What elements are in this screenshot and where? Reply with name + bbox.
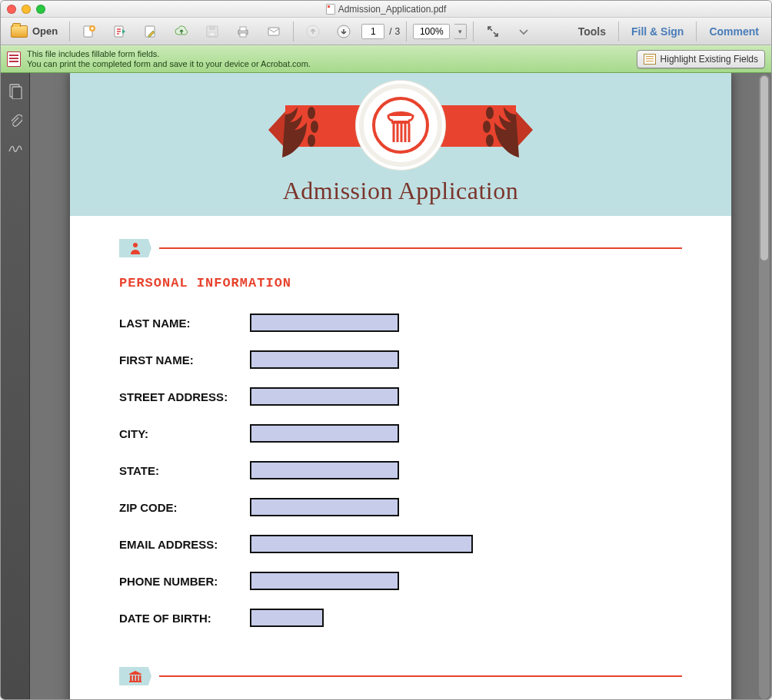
svg-rect-14 [12,87,22,99]
arrow-down-icon [336,24,351,39]
chevron-down-icon: ▾ [458,28,462,35]
svg-rect-28 [130,675,132,681]
svg-point-27 [133,243,138,247]
svg-rect-10 [268,28,279,35]
field-last-name: LAST NAME: [119,304,682,341]
column-icon [384,107,418,144]
comment-panel-button[interactable]: Comment [701,18,767,45]
envelope-icon [266,24,281,39]
attachments-panel-button[interactable] [8,113,22,128]
email-address-input[interactable] [250,535,473,553]
open-button-label: Open [32,25,58,37]
svg-point-19 [483,121,491,133]
scrollbar-thumb[interactable] [760,76,768,260]
field-street-address: STREET ADDRESS: [119,378,682,415]
zoom-input[interactable] [413,24,450,39]
toolbar-separator [69,22,70,41]
section-education: EDUCATION [70,644,731,700]
svg-point-18 [486,107,494,119]
highlight-fields-button[interactable]: Highlight Existing Fields [637,50,765,68]
date-of-birth-input[interactable] [250,609,324,627]
toolbar-separator [696,22,697,41]
email-button[interactable] [261,22,287,41]
open-button[interactable]: Open [5,22,63,41]
toolbar-separator [618,22,619,41]
first-name-input[interactable] [250,350,399,369]
paperclip-icon [8,113,22,128]
thumbnails-panel-button[interactable] [8,84,22,99]
svg-rect-6 [209,32,215,36]
toolbar-separator [293,22,294,41]
field-zip-code: ZIP CODE: [119,489,682,526]
state-input[interactable] [250,461,399,479]
edit-pdf-button[interactable] [138,22,164,41]
page-total: / 3 [389,26,400,37]
window-title-text: Admission_Application.pdf [338,4,447,15]
toolbar: Open / 3 ▾ Tools Fill & Sig [1,18,771,45]
svg-rect-29 [133,675,135,681]
street-address-input[interactable] [250,387,399,406]
svg-point-15 [308,107,315,119]
last-name-input[interactable] [250,314,399,332]
svg-rect-8 [240,27,246,31]
personal-form: LAST NAME: FIRST NAME: STREET ADDRESS: C… [119,304,682,636]
tools-panel-button[interactable]: Tools [571,18,614,45]
window-title: Admission_Application.pdf [1,4,771,15]
svg-rect-32 [129,681,141,682]
signature-icon [8,142,23,154]
section-title: PERSONAL INFORMATION [119,276,682,290]
pdf-page: Admission Application PERSONAL INFORMATI… [70,73,731,700]
svg-point-20 [486,134,494,147]
toolbar-separator [406,22,407,41]
svg-point-17 [308,134,315,147]
section-badge [119,667,151,685]
svg-rect-5 [209,26,215,30]
arrow-up-icon [305,24,321,39]
pencil-page-icon [143,24,158,39]
print-button[interactable] [230,22,256,41]
header-crest [359,84,442,167]
form-info-text: This file includes fillable form fields.… [27,49,311,69]
zoom-dropdown[interactable]: ▾ [454,24,467,39]
pdf-file-icon [326,4,335,15]
field-state: STATE: [119,452,682,489]
person-icon [128,241,142,255]
svg-rect-9 [240,33,246,37]
city-input[interactable] [250,424,399,443]
view-options-button[interactable] [511,22,537,41]
field-date-of-birth: DATE OF BIRTH: [119,599,682,636]
chevron-down-icon [516,24,531,39]
fit-window-button[interactable] [480,22,506,41]
field-email-address: EMAIL ADDRESS: [119,526,682,562]
signatures-panel-button[interactable] [8,142,23,154]
window-title-bar: Admission_Application.pdf [1,1,771,18]
laurel-left-icon [278,99,321,164]
svg-rect-21 [391,121,410,124]
page-up-button[interactable] [300,22,326,41]
page-down-button[interactable] [331,22,357,41]
zip-code-input[interactable] [250,498,399,516]
create-pdf-button[interactable] [76,22,102,41]
document-viewport[interactable]: Admission Application PERSONAL INFORMATI… [30,73,771,700]
fill-sign-panel-button[interactable]: Fill & Sign [624,18,691,45]
svg-point-16 [311,121,318,133]
save-button[interactable] [199,22,225,41]
vertical-scrollbar[interactable] [759,75,770,699]
page-number-input[interactable] [361,24,384,39]
field-first-name: FIRST NAME: [119,341,682,378]
expand-icon [485,24,501,39]
form-icon [7,51,21,67]
phone-number-input[interactable] [250,572,399,590]
cloud-upload-button[interactable] [168,22,195,41]
document-header: Admission Application [70,73,731,216]
field-phone-number: PHONE NUMBER: [119,562,682,599]
export-pdf-button[interactable] [107,22,133,41]
toolbar-separator [473,22,474,41]
create-pdf-icon [82,24,97,39]
svg-rect-30 [136,675,138,681]
section-personal-information: PERSONAL INFORMATION LAST NAME: FIRST NA… [70,216,731,644]
field-city: CITY: [119,415,682,452]
printer-icon [235,24,251,39]
export-pdf-icon [112,24,128,39]
laurel-right-icon [481,99,524,164]
